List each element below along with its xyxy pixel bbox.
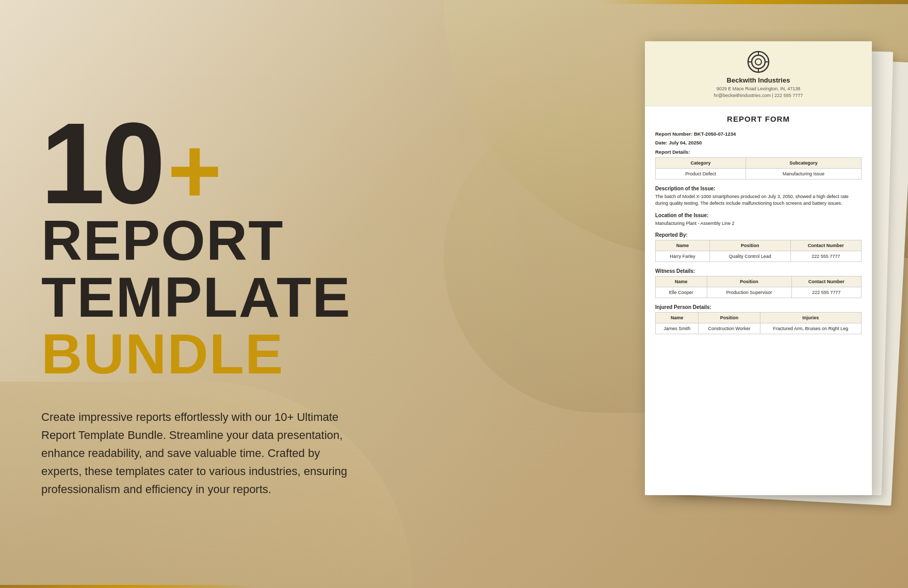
- wit-cell-contact: 222 555 7777: [791, 287, 861, 298]
- cat-header-2: Subcategory: [745, 157, 861, 168]
- cat-cell-category: Product Defect: [656, 168, 746, 179]
- rep-header-contact: Contact Number: [790, 240, 861, 251]
- rep-cell-name: Harry Farley: [656, 251, 710, 262]
- rep-header-name: Name: [656, 240, 710, 251]
- doc-body: REPORT FORM Report Number: BKT-2050-07-1…: [645, 106, 872, 349]
- company-name: Beckwith Industries: [655, 76, 862, 84]
- cat-header-1: Category: [656, 157, 746, 168]
- cat-row-1: Product Defect Manufacturing Issue: [656, 168, 862, 179]
- headline-template: TEMPLATE BUNDLE: [41, 269, 428, 382]
- company-address: 9029 E Mace Road Lexington, IN, 47138: [655, 86, 862, 92]
- rep-header-position: Position: [710, 240, 790, 251]
- reported-by-table: Name Position Contact Number Harry Farle…: [655, 240, 862, 262]
- svg-point-1: [752, 55, 765, 69]
- report-number-value: BKT-2050-07-1234: [694, 131, 736, 137]
- date-line: Date: July 04, 20250: [655, 139, 862, 146]
- doc-header: Beckwith Industries 9029 E Mace Road Lex…: [645, 41, 872, 106]
- inj-cell-name: James Smith: [656, 323, 699, 334]
- description-text: Create impressive reports effortlessly w…: [41, 408, 361, 499]
- description-text-doc: The batch of Model X-1000 smartphones pr…: [655, 193, 862, 207]
- company-logo: [747, 51, 770, 73]
- rep-cell-position: Quality Control Lead: [710, 251, 790, 262]
- document-preview-area: Beckwith Industries 9029 E Mace Road Lex…: [645, 41, 893, 547]
- inj-header-injuries: Injuries: [760, 313, 861, 323]
- date-label: Date:: [655, 140, 668, 145]
- headline-bundle: BUNDLE: [41, 322, 284, 385]
- rep-cell-contact: 222 555 7777: [790, 251, 861, 262]
- date-value: July 04, 20250: [669, 140, 702, 145]
- category-table: Category Subcategory Product Defect Manu…: [655, 157, 862, 179]
- accent-line-top: [598, 0, 908, 4]
- inj-row-1: James Smith Construction Worker Fracture…: [656, 323, 862, 334]
- wit-row-1: Elle Cooper Production Supervisor 222 55…: [656, 287, 862, 298]
- headline-report: REPORT: [41, 212, 428, 269]
- inj-cell-position: Construction Worker: [699, 323, 760, 334]
- wit-header-contact: Contact Number: [791, 276, 861, 287]
- svg-point-2: [755, 59, 761, 65]
- cat-cell-subcategory: Manufacturing Issue: [745, 168, 861, 179]
- reported-by-title: Reported By:: [655, 232, 862, 238]
- report-details-span: Report Details:: [655, 149, 690, 155]
- rep-row-1: Harry Farley Quality Control Lead 222 55…: [656, 251, 862, 262]
- report-details-label: Report Details:: [655, 149, 862, 156]
- company-contact: hr@beckwithindustries.com | 222 555 7777: [655, 92, 862, 99]
- inj-header-name: Name: [656, 313, 699, 323]
- headline: 10 + REPORT TEMPLATE BUNDLE: [41, 116, 428, 382]
- location-text: Manufacturing Plant - Assembly Line 2: [655, 220, 862, 227]
- wit-cell-position: Production Supervisor: [707, 287, 791, 298]
- inj-header-position: Position: [699, 313, 760, 323]
- inj-cell-injuries: Fractured Arm, Bruises on Right Leg: [760, 323, 861, 334]
- headline-plus: +: [168, 131, 222, 210]
- report-number-line: Report Number: BKT-2050-07-1234: [655, 130, 862, 138]
- wit-header-name: Name: [656, 276, 707, 287]
- location-title: Location of the Issue:: [655, 213, 862, 218]
- witness-title: Witness Details:: [655, 268, 862, 274]
- report-number-label: Report Number:: [655, 131, 692, 137]
- injured-title: Injured Person Details:: [655, 304, 862, 310]
- injured-table: Name Position Injuries James Smith Const…: [655, 312, 862, 334]
- headline-number: 10: [41, 116, 163, 212]
- left-content: 10 + REPORT TEMPLATE BUNDLE Create impre…: [41, 0, 428, 588]
- form-title: REPORT FORM: [655, 115, 862, 123]
- description-title: Description of the Issue:: [655, 186, 862, 191]
- witness-table: Name Position Contact Number Elle Cooper…: [655, 276, 862, 298]
- headline-row1: 10 +: [41, 116, 428, 212]
- wit-header-position: Position: [707, 276, 791, 287]
- doc-main: Beckwith Industries 9029 E Mace Road Lex…: [645, 41, 872, 495]
- wit-cell-name: Elle Cooper: [656, 287, 707, 298]
